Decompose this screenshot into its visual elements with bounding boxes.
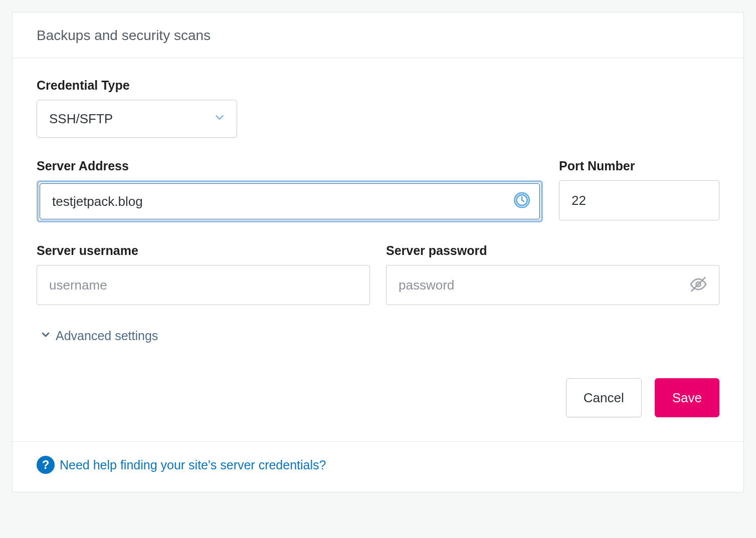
server-password-input[interactable] [386, 265, 719, 305]
advanced-settings-label: Advanced settings [56, 329, 158, 343]
credentials-card: Backups and security scans Credential Ty… [12, 12, 744, 492]
chevron-down-icon [40, 328, 52, 343]
help-link-text: Need help finding your site's server cre… [60, 458, 326, 472]
server-address-focus-ring [37, 180, 543, 222]
server-address-input[interactable] [40, 183, 540, 219]
port-number-label: Port Number [559, 159, 719, 173]
server-address-label: Server Address [37, 159, 543, 173]
cancel-button[interactable]: Cancel [566, 378, 642, 417]
server-username-input[interactable] [37, 265, 370, 305]
eye-off-icon [689, 288, 707, 295]
clock-icon [514, 192, 530, 211]
credential-type-select[interactable]: SSH/SFTP [37, 100, 237, 138]
advanced-settings-toggle[interactable]: Advanced settings [37, 328, 158, 343]
card-title: Backups and security scans [37, 28, 719, 44]
server-password-label: Server password [386, 243, 719, 258]
card-footer: ? Need help finding your site's server c… [13, 441, 743, 492]
card-header: Backups and security scans [13, 13, 743, 58]
server-username-label: Server username [37, 243, 370, 258]
help-icon: ? [37, 456, 55, 474]
port-number-input[interactable] [559, 180, 719, 220]
credential-type-label: Credential Type [37, 78, 237, 93]
password-input-wrap [386, 265, 719, 305]
form-actions: Cancel Save [37, 378, 719, 417]
card-body: Credential Type SSH/SFTP Server Address [13, 58, 743, 441]
save-button[interactable]: Save [655, 378, 719, 417]
credential-type-select-wrap: SSH/SFTP [37, 100, 237, 138]
toggle-password-visibility-button[interactable] [686, 273, 710, 298]
help-link[interactable]: ? Need help finding your site's server c… [37, 456, 326, 474]
